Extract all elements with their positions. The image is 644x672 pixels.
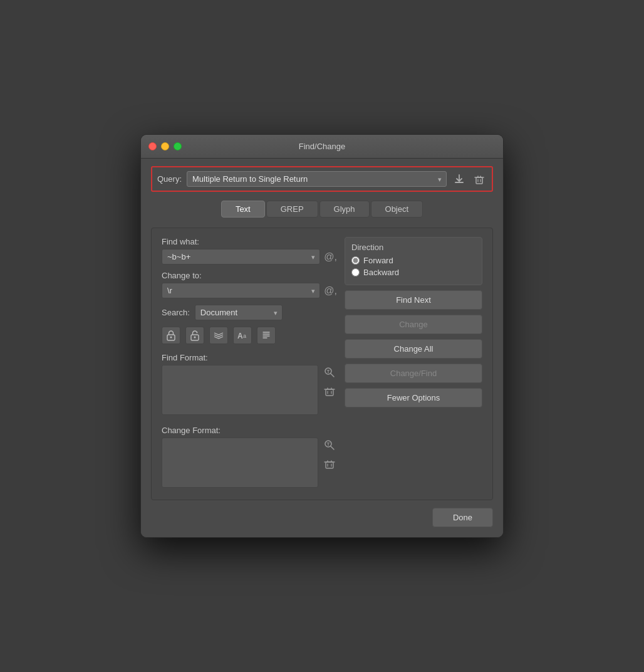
direction-forward-label: Forward [363, 256, 393, 265]
query-icons [452, 172, 487, 187]
direction-backward-label: Backward [363, 268, 399, 277]
change-to-input[interactable]: \r [162, 283, 320, 298]
change-format-group: Change Format: T [162, 426, 337, 490]
unlock-icon-btn[interactable] [185, 327, 204, 344]
change-to-at-icon[interactable]: @, [324, 285, 337, 297]
tab-grep[interactable]: GREP [266, 201, 318, 218]
direction-forward-row[interactable]: Forward [351, 256, 475, 265]
search-row: Search: Document [162, 305, 337, 320]
change-find-button[interactable]: Change/Find [345, 364, 482, 383]
done-row: Done [151, 508, 493, 527]
find-change-window: Find/Change Query: Multiple Return to Si… [140, 134, 504, 538]
svg-rect-1 [476, 177, 482, 184]
aa-icon-btn[interactable]: A a [233, 327, 252, 344]
query-select-wrapper: Multiple Return to Single Return [187, 171, 447, 187]
find-format-clear-icon[interactable] [322, 384, 337, 399]
change-format-textarea-wrapper [162, 438, 318, 490]
find-what-row: ~b~b+ @, [162, 249, 337, 265]
layer-icon-btn[interactable] [209, 327, 228, 344]
change-format-clear-icon[interactable] [322, 456, 337, 471]
lock-icon-btn[interactable] [162, 327, 180, 344]
tab-glyph[interactable]: Glyph [319, 201, 370, 218]
direction-forward-radio[interactable] [351, 256, 360, 265]
svg-point-3 [170, 337, 172, 339]
find-format-area-row: T [162, 365, 337, 417]
find-format-textarea[interactable] [162, 365, 318, 415]
find-format-label: Find Format: [162, 353, 337, 362]
search-label: Search: [162, 308, 190, 317]
window-body: Query: Multiple Return to Single Return [141, 159, 503, 537]
direction-box: Direction Forward Backward [345, 237, 482, 285]
find-next-button[interactable]: Find Next [345, 290, 482, 310]
search-select[interactable]: Document [195, 305, 283, 320]
search-select-wrapper: Document [195, 305, 283, 320]
change-all-button[interactable]: Change All [345, 339, 482, 359]
tab-object[interactable]: Object [371, 201, 423, 218]
direction-backward-row[interactable]: Backward [351, 268, 475, 277]
svg-rect-0 [455, 182, 464, 183]
close-button[interactable] [148, 142, 157, 150]
svg-text:T: T [327, 441, 330, 447]
query-label: Query: [157, 174, 182, 184]
done-button[interactable]: Done [432, 508, 493, 527]
find-what-label: Find what: [162, 237, 337, 246]
find-format-icons: T [322, 365, 337, 399]
option-icons: A a [162, 327, 337, 344]
find-what-input-wrapper: ~b~b+ [162, 249, 320, 265]
main-content: Find what: ~b~b+ @, Change to: [151, 228, 493, 500]
change-to-group: Change to: \r @, [162, 271, 337, 298]
svg-rect-11 [326, 389, 333, 396]
svg-text:a: a [243, 333, 246, 339]
content-grid: Find what: ~b~b+ @, Change to: [162, 237, 482, 490]
minimize-button[interactable] [161, 142, 169, 150]
svg-text:T: T [327, 369, 330, 374]
change-format-search-icon[interactable]: T [322, 438, 337, 453]
change-to-row: \r @, [162, 283, 337, 298]
change-to-input-wrapper: \r [162, 283, 320, 298]
change-format-textarea[interactable] [162, 438, 318, 488]
find-format-group: Find Format: T [162, 353, 337, 417]
find-what-input[interactable]: ~b~b+ [162, 249, 320, 265]
right-column: Direction Forward Backward Find Next [345, 237, 482, 490]
fewer-options-button[interactable]: Fewer Options [345, 388, 482, 407]
traffic-lights [148, 142, 182, 150]
window-title: Find/Change [299, 142, 345, 151]
find-what-group: Find what: ~b~b+ @, [162, 237, 337, 265]
find-format-search-icon[interactable]: T [322, 365, 337, 380]
query-select[interactable]: Multiple Return to Single Return [187, 171, 447, 187]
change-format-area-row: T [162, 438, 337, 490]
change-to-label: Change to: [162, 271, 337, 280]
query-row: Query: Multiple Return to Single Return [151, 166, 493, 192]
change-format-icons: T [322, 438, 337, 471]
find-what-at-icon[interactable]: @, [324, 251, 337, 263]
svg-text:A: A [237, 332, 243, 340]
find-format-textarea-wrapper [162, 365, 318, 417]
svg-point-5 [194, 337, 196, 339]
tabs-row: Text GREP Glyph Object [151, 198, 493, 220]
svg-rect-15 [326, 462, 333, 468]
change-button[interactable]: Change [345, 315, 482, 334]
change-format-label: Change Format: [162, 426, 337, 435]
left-column: Find what: ~b~b+ @, Change to: [162, 237, 337, 490]
svg-line-9 [331, 374, 334, 377]
svg-line-13 [331, 446, 334, 449]
paragraph-icon-btn[interactable] [257, 327, 276, 344]
maximize-button[interactable] [174, 142, 182, 150]
direction-title: Direction [351, 243, 475, 252]
delete-query-button[interactable] [472, 172, 487, 187]
save-query-button[interactable] [452, 172, 467, 187]
direction-backward-radio[interactable] [351, 268, 360, 276]
titlebar: Find/Change [141, 135, 503, 159]
tab-text[interactable]: Text [221, 201, 265, 218]
